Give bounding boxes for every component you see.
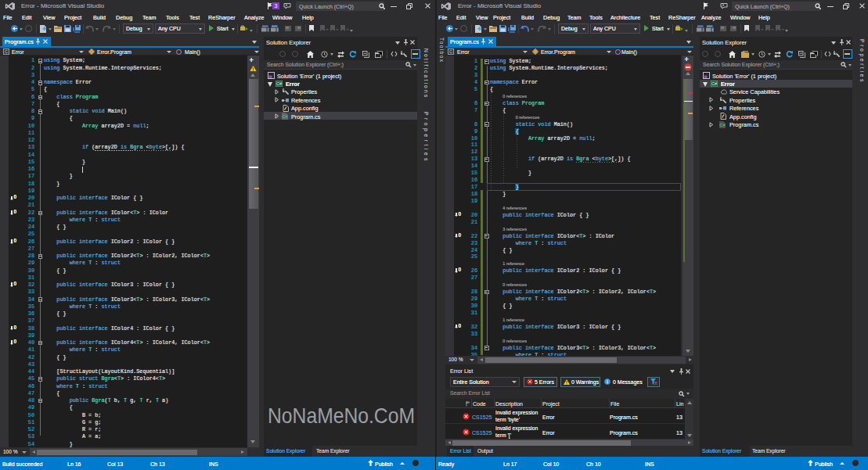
svg-text:NoNaMeNo.CoM: NoNaMeNo.CoM [268,404,415,428]
svg-text:C#: C# [711,81,718,86]
svg-text:C#: C# [282,114,288,119]
svg-text:C#: C# [719,123,726,127]
svg-text:C#: C# [276,81,283,86]
